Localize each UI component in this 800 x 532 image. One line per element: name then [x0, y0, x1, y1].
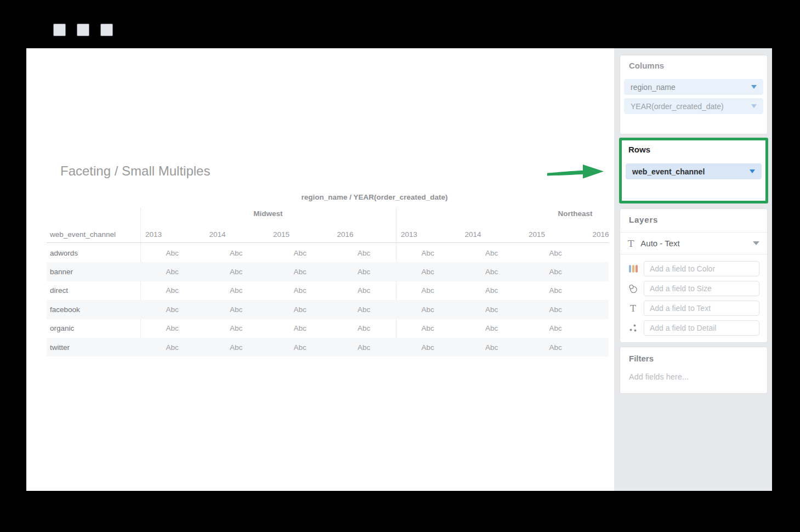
table-row: twitter AbcAbcAbcAbcAbcAbcAbc: [47, 338, 609, 356]
table-cell: Abc: [396, 268, 460, 276]
table-cell: Abc: [268, 305, 332, 314]
table-cell: Abc: [205, 249, 269, 257]
layer-type-dropdown[interactable]: T Auto - Text: [620, 232, 767, 254]
row-label: adwords: [47, 249, 140, 257]
table-cell: Abc: [268, 249, 332, 257]
table-cell: Abc: [524, 305, 588, 314]
config-sidebar: Columns region_name YEAR(order_created_d…: [614, 48, 772, 491]
group-header-midwest: Midwest: [140, 210, 396, 218]
layers-section: Layers T Auto - Text: [620, 208, 768, 343]
table-cell: Abc: [205, 324, 269, 332]
visualization-area: Faceting / Small Multiples region_name /…: [26, 48, 614, 491]
window-titlebar: [0, 0, 800, 48]
table-row: facebook AbcAbcAbcAbcAbcAbcAbc: [47, 300, 609, 319]
color-swatches-icon: [628, 265, 638, 273]
table-cell: Abc: [460, 305, 524, 314]
table-cell: Abc: [140, 343, 205, 352]
table-cell: Abc: [332, 343, 396, 352]
table-cell: Abc: [460, 286, 524, 295]
table-cell: Abc: [524, 286, 588, 295]
pivot-dimensions-header: region_name / YEAR(order_created_date): [140, 193, 609, 201]
detail-dots-icon: [628, 324, 638, 332]
year-header-row: web_event_channel 2013 2014 2015 2016 20…: [47, 224, 609, 243]
year-header: 2013: [140, 230, 205, 242]
table-cell: Abc: [524, 249, 588, 257]
table-cell: Abc: [140, 249, 205, 257]
text-field-input[interactable]: [644, 301, 759, 316]
table-cell: Abc: [332, 305, 396, 314]
text-icon: T: [628, 303, 638, 314]
size-circles-icon: [628, 284, 638, 293]
chevron-down-icon[interactable]: [753, 241, 759, 245]
filters-section[interactable]: Filters Add fields here...: [620, 347, 768, 394]
year-header: 2015: [524, 230, 588, 242]
table-cell: Abc: [332, 324, 396, 332]
table-cell: Abc: [205, 305, 269, 314]
table-cell: Abc: [460, 249, 524, 257]
row-label: direct: [47, 286, 140, 295]
table-cell: Abc: [524, 324, 588, 332]
window-control-icon[interactable]: [77, 24, 89, 36]
table-cell: Abc: [205, 343, 269, 352]
year-header: 2013: [396, 230, 460, 242]
row-label: banner: [47, 268, 140, 276]
table-row: organic AbcAbcAbcAbcAbcAbcAbc: [47, 319, 609, 338]
table-cell: Abc: [460, 324, 524, 332]
table-cell: Abc: [396, 249, 460, 257]
table-cell: Abc: [205, 286, 269, 295]
table-row: adwords AbcAbcAbcAbcAbcAbcAbc: [47, 244, 609, 262]
viz-title: Faceting / Small Multiples: [60, 163, 210, 179]
table-cell: Abc: [205, 268, 269, 276]
year-header: 2014: [205, 230, 269, 242]
window-control-icon[interactable]: [53, 24, 66, 36]
field-pill-year-order-created-date[interactable]: YEAR(order_created_date): [624, 98, 763, 114]
table-cell: Abc: [332, 268, 396, 276]
table-cell: Abc: [140, 268, 205, 276]
table-row: direct AbcAbcAbcAbcAbcAbcAbc: [47, 281, 609, 300]
chevron-down-icon[interactable]: [750, 169, 755, 173]
year-header: 2015: [268, 230, 332, 242]
text-icon: T: [628, 238, 634, 249]
pivot-table: region_name / YEAR(order_created_date) M…: [47, 193, 609, 359]
filters-placeholder: Add fields here...: [629, 372, 689, 381]
table-cell: Abc: [332, 286, 396, 295]
detail-field-input[interactable]: [644, 320, 759, 336]
field-pill-web-event-channel[interactable]: web_event_channel: [626, 163, 762, 179]
year-header: 2014: [460, 230, 524, 242]
table-cell: Abc: [460, 268, 524, 276]
table-cell: Abc: [268, 343, 332, 352]
row-label: facebook: [47, 305, 140, 314]
filters-section-title: Filters: [629, 354, 654, 363]
row-dimension-header: web_event_channel: [47, 230, 140, 242]
table-rows: adwords AbcAbcAbcAbcAbcAbcAbc banner Abc…: [47, 244, 609, 356]
table-cell: Abc: [396, 343, 460, 352]
table-cell: Abc: [524, 343, 588, 352]
color-field-input[interactable]: [644, 261, 759, 276]
color-slot: [620, 261, 767, 276]
group-header-northeast: Northeast: [447, 210, 609, 218]
chevron-down-icon[interactable]: [751, 104, 757, 108]
window-control-icon[interactable]: [100, 24, 113, 36]
table-cell: Abc: [396, 305, 460, 314]
table-cell: Abc: [396, 324, 460, 332]
table-cell: Abc: [140, 305, 205, 314]
columns-section-title: Columns: [629, 61, 664, 70]
year-header: 2016: [332, 230, 396, 242]
rows-section-title: Rows: [628, 145, 650, 154]
table-cell: Abc: [524, 268, 588, 276]
columns-section: Columns region_name YEAR(order_created_d…: [620, 55, 768, 134]
size-field-input[interactable]: [644, 281, 759, 296]
table-cell: Abc: [140, 286, 205, 295]
chevron-down-icon[interactable]: [751, 85, 757, 89]
layer-field-slots: T: [620, 261, 767, 340]
annotation-arrow-icon: [546, 160, 606, 182]
row-label: twitter: [47, 343, 140, 352]
year-header: 2016: [588, 230, 609, 242]
field-pill-region-name[interactable]: region_name: [624, 79, 763, 95]
detail-slot: [620, 320, 767, 336]
layers-section-title: Layers: [629, 215, 658, 224]
table-cell: Abc: [140, 324, 205, 332]
table-cell: Abc: [268, 324, 332, 332]
table-cell: Abc: [268, 286, 332, 295]
table-cell: Abc: [268, 268, 332, 276]
